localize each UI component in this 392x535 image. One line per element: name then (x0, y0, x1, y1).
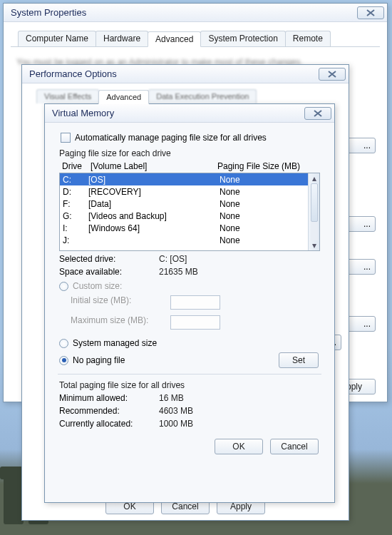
vm-title: Virtual Memory (52, 108, 114, 118)
close-icon[interactable] (357, 6, 384, 19)
drive-label: [RECOVERY] (88, 187, 220, 197)
settings-button-1[interactable]: ... (347, 138, 376, 153)
initial-size-input[interactable] (170, 295, 220, 310)
no-paging-radio[interactable] (59, 356, 68, 365)
drive-size: None (220, 199, 305, 209)
tab-advanced[interactable]: Advanced (148, 31, 201, 47)
system-managed-radio[interactable] (59, 339, 68, 348)
tab-visual-effects[interactable]: Visual Effects (36, 89, 99, 103)
space-available-value: 21635 MB (159, 267, 198, 277)
tab-remote[interactable]: Remote (285, 31, 331, 46)
drive-letter: F: (63, 199, 88, 209)
settings-button-4[interactable]: ... (347, 316, 376, 332)
drive-row[interactable]: F:[Data]None (60, 198, 308, 210)
vm-cancel-button[interactable]: Cancel (270, 439, 319, 454)
space-available-label: Space available: (59, 267, 159, 277)
close-icon[interactable] (319, 68, 346, 81)
current-value: 1000 MB (159, 419, 193, 429)
totals-label: Total paging file size for all drives (59, 380, 323, 390)
drive-group-label: Paging file size for each drive (59, 148, 323, 158)
sysprop-titlebar: System Properties (4, 4, 387, 22)
drive-label: [Windows 64] (88, 223, 220, 233)
drive-row[interactable]: C:[OS]None (60, 173, 308, 185)
min-allowed-label: Minimum allowed: (59, 393, 159, 403)
drive-letter: D: (63, 187, 88, 197)
sysprop-title: System Properties (11, 7, 86, 18)
recommended-label: Recommended: (59, 406, 159, 416)
recommended-value: 4603 MB (159, 406, 193, 416)
drive-label: [Videos and Backup] (88, 211, 220, 221)
set-button[interactable]: Set (279, 352, 319, 368)
custom-size-label: Custom size: (73, 281, 122, 291)
drive-label: [Data] (88, 199, 220, 209)
drive-label: [OS] (88, 175, 220, 185)
custom-size-radio[interactable] (59, 282, 68, 291)
drive-list[interactable]: C:[OS]NoneD:[RECOVERY]NoneF:[Data]NoneG:… (59, 173, 320, 251)
drive-row[interactable]: J:None (60, 234, 308, 246)
drive-size: None (220, 223, 305, 233)
drive-row[interactable]: G:[Videos and Backup]None (60, 210, 308, 222)
max-size-input[interactable] (170, 315, 220, 330)
drive-letter: J: (63, 235, 88, 245)
drive-letter: G: (63, 211, 88, 221)
scrollbar[interactable]: ▴ ▾ (308, 173, 319, 250)
drive-row[interactable]: I:[Windows 64]None (60, 222, 308, 234)
sysprop-tabbar: Computer Name Hardware Advanced System P… (11, 26, 380, 47)
settings-button-3[interactable]: ... (347, 259, 376, 275)
tab-dep[interactable]: Data Execution Prevention (148, 89, 257, 103)
auto-manage-checkbox[interactable] (61, 133, 71, 143)
tab-system-protection[interactable]: System Protection (200, 31, 285, 46)
max-size-label: Maximum size (MB): (71, 315, 170, 330)
drive-list-header: Drive [Volume Label] Paging File Size (M… (59, 160, 320, 173)
perf-tabbar: Visual Effects Advanced Data Execution P… (36, 89, 337, 103)
drive-size: None (220, 235, 305, 245)
drive-size: None (220, 175, 305, 185)
perf-titlebar: Performance Options (22, 65, 349, 83)
no-paging-label: No paging file (73, 355, 125, 365)
initial-size-label: Initial size (MB): (71, 295, 170, 310)
current-label: Currently allocated: (59, 419, 159, 429)
min-allowed-value: 16 MB (159, 393, 184, 403)
system-managed-label: System managed size (73, 338, 157, 348)
scroll-up-icon[interactable]: ▴ (309, 173, 319, 183)
header-size: Paging File Size (MB) (217, 161, 317, 171)
auto-manage-label: Automatically manage paging file size fo… (75, 133, 267, 143)
header-volume: [Volume Label] (91, 161, 217, 171)
tab-computer-name[interactable]: Computer Name (18, 31, 96, 46)
header-drive: Drive (62, 161, 91, 171)
drive-size: None (220, 211, 305, 221)
drive-letter: I: (63, 223, 88, 233)
scrollbar-track[interactable] (311, 183, 318, 240)
drive-letter: C: (63, 175, 88, 185)
tab-perf-advanced[interactable]: Advanced (98, 90, 149, 104)
settings-button-2[interactable]: ... (347, 216, 376, 232)
vm-titlebar: Virtual Memory (45, 104, 334, 123)
selected-drive-value: C: [OS] (159, 254, 187, 264)
drive-row[interactable]: D:[RECOVERY]None (60, 185, 308, 198)
scroll-down-icon[interactable]: ▾ (309, 240, 319, 250)
drive-size: None (220, 187, 305, 197)
selected-drive-label: Selected drive: (59, 254, 159, 264)
scrollbar-thumb[interactable] (311, 183, 318, 222)
close-icon[interactable] (304, 107, 331, 120)
vm-ok-button[interactable]: OK (215, 439, 263, 454)
tab-hardware[interactable]: Hardware (96, 31, 148, 46)
perf-title: Performance Options (29, 68, 117, 79)
virtual-memory-window: Virtual Memory Automatically manage pagi… (44, 103, 335, 503)
